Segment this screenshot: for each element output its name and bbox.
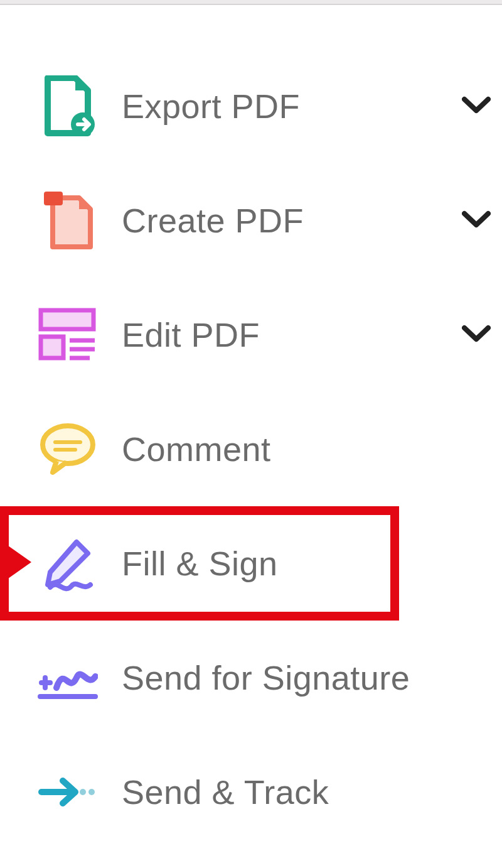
send-signature-icon <box>36 653 99 703</box>
tool-label: Send & Track <box>122 773 329 811</box>
svg-point-14 <box>80 789 86 795</box>
tool-export-pdf[interactable]: Export PDF <box>0 49 502 163</box>
svg-point-7 <box>43 426 93 464</box>
tool-send-for-signature[interactable]: Send for Signature <box>0 621 502 735</box>
tool-send-and-track[interactable]: Send & Track <box>0 735 502 849</box>
send-track-icon <box>36 774 99 810</box>
tool-edit-pdf[interactable]: Edit PDF <box>0 278 502 392</box>
tool-label: Fill & Sign <box>122 544 278 583</box>
chevron-down-icon[interactable] <box>462 95 491 117</box>
svg-rect-2 <box>41 310 93 329</box>
pointer-arrow-icon <box>4 543 31 584</box>
tool-create-pdf[interactable]: Create PDF <box>0 163 502 278</box>
comment-icon <box>36 422 99 476</box>
top-divider <box>0 0 502 5</box>
svg-rect-1 <box>44 192 63 205</box>
tool-label: Export PDF <box>122 87 300 126</box>
svg-point-15 <box>88 789 95 795</box>
export-pdf-icon <box>36 75 99 137</box>
tool-comment[interactable]: Comment <box>0 392 502 506</box>
svg-rect-3 <box>41 337 63 358</box>
tool-label: Edit PDF <box>122 315 260 354</box>
tool-label: Create PDF <box>122 201 304 240</box>
tool-fill-and-sign[interactable]: Fill & Sign <box>0 506 502 621</box>
chevron-down-icon[interactable] <box>462 210 491 231</box>
tools-panel: Export PDF Create PDF <box>0 5 502 849</box>
fill-sign-icon <box>36 534 99 592</box>
create-pdf-icon <box>36 190 99 251</box>
tool-label: Send for Signature <box>122 658 410 697</box>
tool-label: Comment <box>122 430 271 469</box>
edit-pdf-icon <box>36 308 99 362</box>
chevron-down-icon[interactable] <box>462 324 491 345</box>
